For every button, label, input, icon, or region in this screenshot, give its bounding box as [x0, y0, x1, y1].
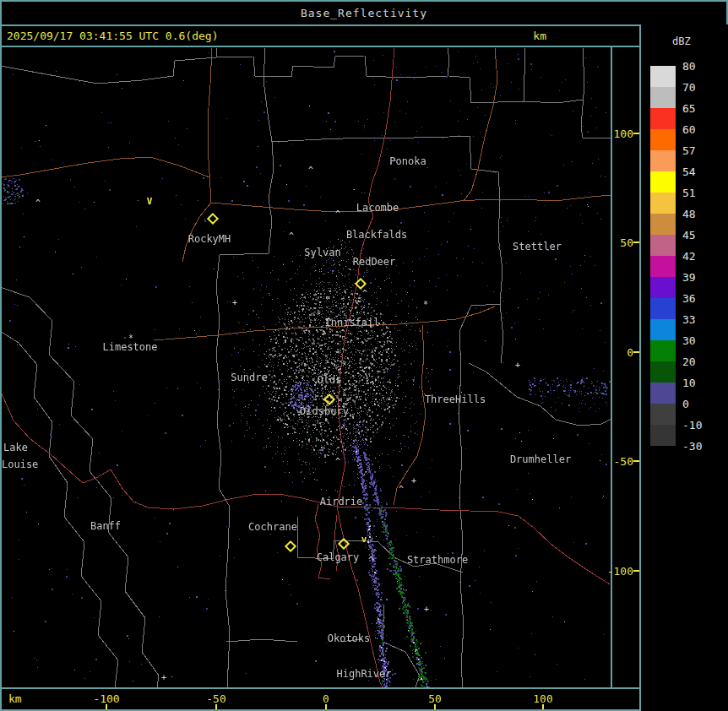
bottom-axis-tick: [215, 704, 217, 709]
colorbar-block: [650, 214, 676, 235]
right-axis-tick: [633, 351, 639, 353]
colorbar-tick-label: 20: [682, 356, 696, 368]
colorbar-panel: dBZ 807065605754514845423936333020100-10…: [641, 24, 728, 711]
bottom-axis-tick-label: 0: [323, 692, 329, 705]
colorbar-tick-label: 80: [682, 60, 696, 73]
bottom-axis-tick-label: 50: [428, 692, 442, 705]
map-bottom-border: [0, 687, 639, 689]
right-axis-tick: [633, 242, 639, 243]
colorbar-tick-label: 36: [682, 292, 696, 305]
colorbar-tick-label: 48: [682, 208, 696, 220]
frame-border-top: [0, 0, 728, 2]
bottom-axis-tick-label: -50: [206, 692, 225, 705]
colorbar-tick-label: 30: [682, 334, 696, 347]
colorbar-block: [650, 66, 676, 87]
bottom-axis-tick-label: -100: [93, 692, 119, 705]
colorbar-block: [650, 361, 676, 383]
timestamp-text: 2025/09/17 03:41:55 UTC 0.6(deg): [7, 26, 218, 46]
colorbar-tick-label: 0: [682, 398, 689, 410]
right-axis-tick-label: -100: [607, 565, 633, 578]
frame-border-left: [0, 0, 2, 711]
window-title: Base_Reflectivity: [301, 7, 427, 19]
info-divider-line: [0, 46, 641, 47]
right-axis-tick-label: 50: [620, 236, 633, 249]
bottom-axis-tick-label: 100: [533, 692, 552, 705]
title-bar: Base_Reflectivity: [0, 2, 728, 25]
right-axis-unit-label: km: [533, 26, 546, 46]
radar-app-window: Base_Reflectivity 2025/09/17 03:41:55 UT…: [0, 0, 728, 711]
right-axis-tick: [633, 133, 639, 134]
colorbar-block: [650, 256, 676, 277]
colorbar-tick-label: 33: [682, 313, 696, 326]
colorbar-tick-label: 57: [682, 144, 696, 157]
colorbar-tick-label: 60: [682, 123, 696, 136]
bottom-axis-tick: [542, 704, 544, 709]
radar-map-area: [2, 47, 611, 687]
radar-echo-layer: [2, 47, 611, 687]
colorbar-block: [650, 129, 676, 150]
colorbar-tick-label: -10: [682, 419, 702, 431]
colorbar-tick-label: 54: [682, 166, 696, 178]
colorbar-block: [650, 193, 676, 214]
colorbar-block: [650, 340, 676, 361]
colorbar-block: [650, 319, 676, 340]
colorbar-block: [650, 87, 676, 108]
info-bar: 2025/09/17 03:41:55 UTC 0.6(deg) km: [0, 26, 639, 46]
colorbar-block: [650, 150, 676, 171]
colorbar-tick-label: 42: [682, 250, 696, 263]
colorbar-tick-label: -30: [682, 440, 702, 453]
colorbar-tick-label: 45: [682, 229, 696, 242]
right-axis-tick: [633, 460, 639, 462]
colorbar-block: [650, 298, 676, 319]
colorbar-block: [650, 383, 676, 404]
colorbar-tick-label: 65: [682, 102, 696, 115]
colorbar-block: [650, 277, 676, 298]
colorbar-unit-label: dBZ: [672, 35, 691, 47]
colorbar-block: [650, 404, 676, 425]
colorbar-tick-label: 10: [682, 377, 696, 389]
right-axis-tick-label: -50: [614, 455, 633, 468]
right-axis-tick: [633, 570, 639, 572]
bottom-axis-tick: [434, 704, 436, 709]
title-divider-line: [0, 24, 728, 26]
colorbar-block: [650, 108, 676, 129]
colorbar-block: [650, 171, 676, 193]
map-right-border: [611, 46, 612, 689]
colorbar-block: [650, 235, 676, 256]
colorbar-tick-label: 39: [682, 271, 696, 284]
right-axis-tick-label: 0: [627, 346, 633, 359]
colorbar-tick-label: 51: [682, 187, 696, 199]
right-axis-tick-label: 100: [614, 128, 633, 140]
colorbar-block: [650, 425, 676, 446]
bottom-axis-tick: [106, 704, 107, 709]
bottom-axis-tick: [325, 704, 327, 709]
colorbar-tick-label: 70: [682, 81, 696, 94]
bottom-axis-unit-label: km: [8, 692, 22, 705]
